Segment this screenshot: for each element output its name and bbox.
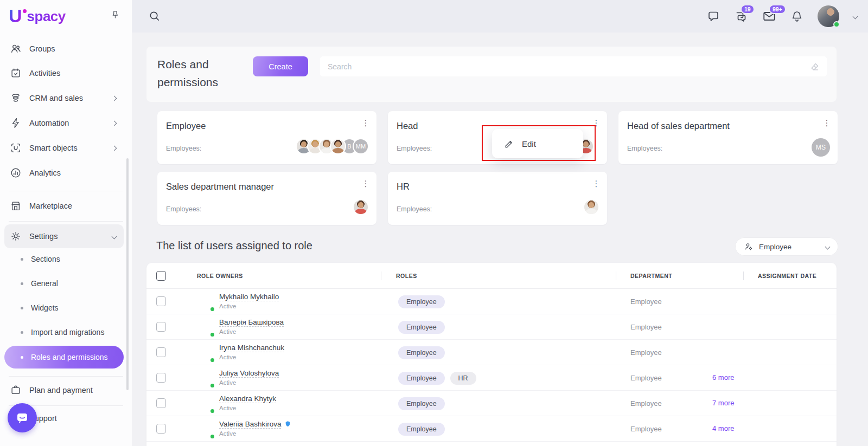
column-header-department: DEPARTMENT xyxy=(630,263,672,289)
table-row: Iryna Mishchanchuk Active Employee Emplo… xyxy=(146,340,837,365)
user-name-link[interactable]: Alexandra Khytyk xyxy=(219,395,276,403)
sidebar-item-automation[interactable]: Automation xyxy=(4,112,124,134)
user-name-link[interactable]: Iryna Mishchanchuk xyxy=(219,344,284,352)
employee-avatars-stack xyxy=(588,199,599,215)
comments-icon[interactable] xyxy=(707,10,720,23)
sidebar-item-smart-objects[interactable]: Smart objects xyxy=(4,137,124,159)
employees-label: Employees: xyxy=(397,145,432,152)
user-name-link[interactable]: Valeriia Bashkirova xyxy=(219,420,291,428)
role-chip: Employee xyxy=(398,423,445,436)
chats-icon[interactable]: 19 xyxy=(734,9,748,23)
sidebar-scrollbar[interactable] xyxy=(126,158,129,390)
context-menu-edit[interactable]: Edit xyxy=(492,129,583,158)
avatar[interactable] xyxy=(330,138,346,154)
user-name-link[interactable]: Валерія Башкірова xyxy=(219,318,284,326)
more-departments-link[interactable]: 4 more xyxy=(712,424,734,432)
role-filter-value: Employee xyxy=(759,243,792,251)
lightning-icon xyxy=(10,117,22,129)
sidebar-item-activities[interactable]: Activities xyxy=(4,62,124,84)
select-all-checkbox[interactable] xyxy=(156,271,166,281)
marketplace-icon xyxy=(10,200,22,212)
sidebar-item-settings[interactable]: Settings xyxy=(4,224,124,248)
row-avatar xyxy=(195,318,215,337)
kebab-menu-icon[interactable]: ⋮ xyxy=(359,177,372,190)
sidebar-item-general[interactable]: General xyxy=(4,274,124,293)
global-search-icon[interactable] xyxy=(148,10,161,24)
crm-funnel-icon xyxy=(10,92,22,104)
row-checkbox[interactable] xyxy=(156,398,166,408)
person-gear-icon xyxy=(744,242,754,251)
role-filter-dropdown[interactable]: Employee xyxy=(735,237,838,256)
clear-search-eraser-icon[interactable] xyxy=(809,61,820,72)
online-status-dot xyxy=(209,408,215,414)
employee-avatars-stack xyxy=(358,199,369,215)
row-checkbox[interactable] xyxy=(156,296,166,306)
sidebar-item-widgets[interactable]: Widgets xyxy=(4,298,124,318)
kebab-menu-icon[interactable]: ⋮ xyxy=(820,117,833,130)
page-header-panel: Roles and permissions Create xyxy=(146,47,837,102)
sidebar-sub-label: General xyxy=(31,279,58,288)
employees-label: Employees: xyxy=(397,205,432,213)
role-chip: Employee xyxy=(398,372,445,385)
mail-icon[interactable]: 99+ xyxy=(762,9,776,23)
avatar-initials[interactable]: MM xyxy=(353,138,369,154)
sidebar-item-sections[interactable]: Sections xyxy=(4,249,124,269)
sidebar-item-plan-and-payment[interactable]: Plan and payment xyxy=(4,379,124,401)
uspacy-logo[interactable]: U spacy xyxy=(9,8,66,24)
role-chips: Employee xyxy=(398,423,445,436)
kebab-menu-icon[interactable]: ⋮ xyxy=(590,177,603,190)
row-checkbox[interactable] xyxy=(156,322,166,332)
role-chip: Employee xyxy=(398,346,445,359)
role-chips: Employee xyxy=(398,321,445,334)
sidebar-item-analytics[interactable]: Analytics xyxy=(4,162,124,184)
roles-search-input[interactable] xyxy=(320,62,809,71)
more-departments-link[interactable]: 7 more xyxy=(712,399,734,407)
role-chips: Employee xyxy=(398,346,445,359)
user-name-link[interactable]: Mykhailo Mykhailo xyxy=(219,293,279,301)
role-chip: Employee xyxy=(398,397,445,410)
smart-objects-icon xyxy=(10,142,22,154)
sidebar-item-roles-and-permissions[interactable]: Roles and permissions xyxy=(4,346,124,369)
groups-icon xyxy=(10,43,22,55)
pin-sidebar-icon[interactable] xyxy=(110,10,120,22)
user-name-text: Valeriia Bashkirova xyxy=(219,420,282,428)
department-cell: Employee xyxy=(630,348,662,357)
sidebar-item-import-and-migrations[interactable]: Import and migrations xyxy=(4,322,124,342)
sidebar-item-marketplace[interactable]: Marketplace xyxy=(4,195,124,217)
avatar[interactable] xyxy=(353,199,369,215)
avatar[interactable] xyxy=(583,199,599,215)
department-cell: Employee xyxy=(630,374,662,382)
row-checkbox[interactable] xyxy=(156,373,166,383)
employee-avatars-stack: B MM xyxy=(301,138,369,154)
role-card-title: Sales department manager xyxy=(166,182,274,192)
notifications-bell-icon[interactable] xyxy=(790,10,803,23)
support-chat-fab[interactable] xyxy=(8,403,37,432)
online-status-dot xyxy=(209,434,215,439)
profile-chevron-down-icon[interactable] xyxy=(853,14,858,19)
sidebar-item-crm-and-sales[interactable]: CRM and sales xyxy=(4,87,124,109)
row-checkbox[interactable] xyxy=(156,347,166,357)
user-avatar[interactable] xyxy=(818,5,839,27)
role-card-hr: HR ⋮ Employees: xyxy=(388,172,607,225)
kebab-menu-icon[interactable]: ⋮ xyxy=(590,117,603,130)
avatar-initials[interactable]: MS xyxy=(812,138,830,157)
online-status-dot xyxy=(209,357,215,363)
role-card-title: Head of sales department xyxy=(627,121,730,131)
user-name-link[interactable]: Juliya Voloshylova xyxy=(219,369,279,377)
role-chips: Employee xyxy=(398,397,445,410)
kebab-menu-icon[interactable]: ⋮ xyxy=(359,117,372,130)
chevron-down-icon xyxy=(825,244,831,249)
role-chip: HR xyxy=(450,372,476,385)
role-card-head-of-sales: Head of sales department ⋮ Employees: MS xyxy=(618,111,838,164)
divider xyxy=(9,221,123,222)
column-divider xyxy=(616,272,616,280)
employees-label: Employees: xyxy=(166,145,201,152)
sidebar-item-groups[interactable]: Groups xyxy=(4,38,124,60)
table-row: Alexandra Khytyk Active Employee Employe… xyxy=(146,391,837,416)
row-checkbox[interactable] xyxy=(156,424,166,434)
create-role-button[interactable]: Create xyxy=(253,56,308,76)
row-avatar xyxy=(195,419,215,439)
more-departments-link[interactable]: 6 more xyxy=(712,373,734,382)
bullet-icon xyxy=(21,356,23,359)
employee-avatars-stack xyxy=(583,138,594,154)
